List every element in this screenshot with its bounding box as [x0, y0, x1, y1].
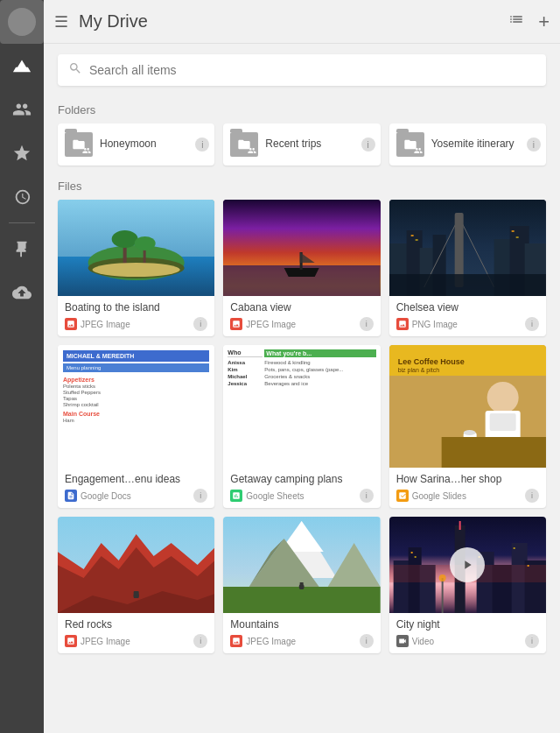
svg-text:Lee Coffee House: Lee Coffee House — [397, 357, 464, 366]
svg-rect-46 — [134, 591, 139, 598]
file-info-button[interactable]: i — [360, 489, 374, 503]
file-cabana[interactable]: Cabana view JPEG Image i — [223, 200, 380, 336]
search-input[interactable] — [89, 63, 536, 77]
play-button[interactable] — [450, 547, 485, 582]
svg-rect-30 — [389, 274, 546, 296]
folder-info-button[interactable]: i — [527, 137, 541, 152]
svg-point-8 — [93, 263, 180, 277]
sidebar-item-shared[interactable] — [0, 88, 44, 131]
add-button[interactable]: + — [538, 11, 550, 33]
file-info-button[interactable]: i — [525, 489, 539, 503]
file-redrocks[interactable]: Red rocks JPEG Image i — [58, 517, 214, 653]
file-name: City night — [396, 618, 539, 631]
file-info-button[interactable]: i — [193, 317, 207, 331]
user-avatar[interactable] — [0, 0, 44, 44]
file-boating[interactable]: Boating to the island JPEG Image i — [58, 200, 214, 336]
file-type-label: Google Docs — [80, 491, 190, 501]
file-chelsea[interactable]: Chelsea view PNG Image i — [389, 200, 546, 336]
doc-section: Main Course — [63, 411, 209, 417]
doc-sub: Menu planning — [63, 363, 209, 372]
search-icon — [68, 61, 82, 79]
svg-rect-29 — [515, 236, 518, 238]
sidebar-item-drive[interactable] — [0, 44, 44, 88]
folder-recent-trips[interactable]: Recent trips i — [223, 123, 380, 166]
doc-line: Shrimp cocktail — [63, 402, 209, 407]
file-info: Cabana view JPEG Image i — [223, 296, 380, 336]
svg-rect-70 — [513, 547, 514, 549]
file-engagement[interactable]: MICHAEL & MEREDITH Menu planning Appetiz… — [58, 345, 214, 508]
file-name: Engagement…enu ideas — [65, 473, 207, 485]
file-info-button[interactable]: i — [193, 634, 207, 648]
file-info: Boating to the island JPEG Image i — [58, 296, 214, 336]
file-type-icon — [396, 490, 409, 502]
file-info-button[interactable]: i — [360, 634, 374, 648]
file-info: How Sarina…her shop Google Slides i — [389, 468, 546, 508]
file-meta: JPEG Image i — [65, 634, 207, 648]
folder-info-button[interactable]: i — [195, 137, 209, 152]
file-camping[interactable]: Who What you're b... Anissa Firewood & k… — [223, 345, 380, 508]
list-view-icon — [508, 11, 524, 27]
file-type-label: PNG Image — [412, 320, 522, 329]
file-type-label: Google Sheets — [246, 491, 355, 501]
file-info: Getaway camping plans Google Sheets i — [223, 468, 380, 508]
file-thumbnail: Who What you're b... Anissa Firewood & k… — [223, 345, 380, 468]
file-name: How Sarina…her shop — [396, 473, 539, 485]
file-info-button[interactable]: i — [525, 634, 539, 648]
file-name: Boating to the island — [65, 301, 207, 314]
file-info: City night Video i — [389, 613, 546, 653]
doc-line: Stuffed Peppers — [63, 390, 209, 395]
file-thumbnail — [389, 200, 546, 296]
file-name: Red rocks — [65, 618, 207, 631]
svg-rect-72 — [441, 578, 443, 613]
folder-icon — [396, 132, 424, 157]
clock-icon — [12, 187, 32, 207]
folder-info-button[interactable]: i — [361, 137, 375, 152]
file-meta: JPEG Image i — [230, 317, 373, 331]
file-sarina[interactable]: Lee Coffee House biz plan & pitch — [389, 345, 546, 508]
svg-rect-53 — [223, 587, 380, 613]
sidebar-item-starred[interactable] — [0, 131, 44, 175]
doc-line: Tapas — [63, 396, 209, 401]
file-citynight[interactable]: City night Video i — [389, 517, 546, 653]
main-content: ☰ My Drive + Folders — [44, 0, 560, 733]
file-thumbnail — [58, 517, 214, 613]
svg-rect-71 — [527, 565, 528, 567]
file-type-icon — [65, 490, 77, 502]
sidebar-item-upload[interactable] — [0, 271, 44, 314]
star-icon — [12, 144, 32, 163]
file-type-label: JPEG Image — [80, 637, 190, 646]
folder-icon — [230, 132, 258, 157]
file-type-icon — [396, 635, 409, 647]
folder-yosemite[interactable]: Yosemite itinerary i — [389, 123, 546, 166]
file-meta: PNG Image i — [396, 317, 539, 331]
svg-point-39 — [463, 430, 475, 435]
file-info: Chelsea view PNG Image i — [389, 296, 546, 336]
sidebar-item-pinned[interactable] — [0, 227, 44, 271]
file-thumbnail — [223, 517, 380, 613]
svg-rect-61 — [458, 521, 460, 530]
list-view-button[interactable] — [508, 11, 524, 32]
file-mountains[interactable]: Mountains JPEG Image i — [223, 517, 380, 653]
file-name: Cabana view — [230, 301, 373, 314]
file-info-button[interactable]: i — [193, 489, 207, 503]
folder-honeymoon[interactable]: Honeymoon i — [58, 123, 214, 166]
folder-name: Honeymoon — [100, 137, 207, 152]
files-grid: Boating to the island JPEG Image i — [58, 200, 546, 653]
file-thumbnail: MICHAEL & MEREDITH Menu planning Appetiz… — [58, 345, 214, 468]
svg-text:biz plan & pitch: biz plan & pitch — [397, 367, 439, 374]
file-meta: JPEG Image i — [65, 317, 207, 331]
file-type-icon — [396, 318, 409, 330]
file-meta: Google Slides i — [396, 489, 539, 503]
file-info-button[interactable]: i — [525, 317, 539, 331]
svg-point-73 — [438, 574, 445, 581]
menu-button[interactable]: ☰ — [54, 12, 68, 32]
doc-line: Polenta sticks — [63, 384, 209, 389]
file-type-label: Video — [412, 637, 522, 646]
sidebar — [0, 0, 44, 733]
folder-name: Yosemite itinerary — [431, 137, 539, 152]
file-meta: JPEG Image i — [230, 634, 373, 648]
file-thumbnail — [223, 200, 380, 296]
file-thumbnail — [58, 200, 214, 296]
sidebar-item-recent[interactable] — [0, 175, 44, 219]
file-info-button[interactable]: i — [360, 317, 374, 331]
